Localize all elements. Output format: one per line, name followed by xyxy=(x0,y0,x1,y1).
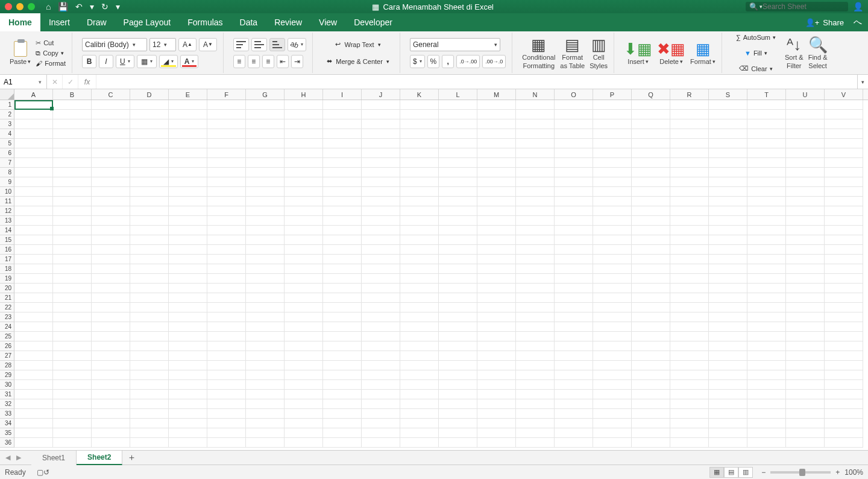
cell[interactable] xyxy=(439,390,477,399)
number-format-combo[interactable]: General▾ xyxy=(410,38,500,51)
column-header[interactable]: C xyxy=(92,89,130,100)
column-header[interactable]: P xyxy=(593,89,632,100)
cell[interactable] xyxy=(246,409,285,419)
cell[interactable] xyxy=(632,100,670,110)
align-right-button[interactable]: ≡ xyxy=(262,55,274,68)
cell[interactable] xyxy=(670,361,709,370)
cell[interactable] xyxy=(709,361,747,370)
cell[interactable] xyxy=(555,322,593,332)
cell[interactable] xyxy=(670,341,709,351)
cell[interactable] xyxy=(362,139,400,148)
cell[interactable] xyxy=(323,409,362,419)
cell[interactable] xyxy=(53,206,92,216)
cell[interactable] xyxy=(323,322,362,332)
cell[interactable] xyxy=(207,438,246,448)
cell[interactable] xyxy=(169,341,207,351)
cell[interactable] xyxy=(14,177,53,187)
cell[interactable] xyxy=(593,399,632,409)
cell[interactable] xyxy=(747,168,786,177)
cell[interactable] xyxy=(516,168,555,177)
cell[interactable] xyxy=(323,332,362,341)
cell[interactable] xyxy=(246,341,285,351)
cell[interactable] xyxy=(477,187,516,197)
cell[interactable] xyxy=(207,351,246,361)
cell[interactable] xyxy=(593,419,632,428)
cell[interactable] xyxy=(92,428,130,438)
column-header[interactable]: K xyxy=(400,89,439,100)
cell[interactable] xyxy=(92,351,130,361)
cell[interactable] xyxy=(439,226,477,235)
page-layout-view-button[interactable]: ▤ xyxy=(724,467,738,478)
cell[interactable] xyxy=(246,139,285,148)
cell[interactable] xyxy=(593,255,632,264)
cell[interactable] xyxy=(632,390,670,399)
cell[interactable] xyxy=(825,399,863,409)
cell[interactable] xyxy=(786,428,825,438)
cell[interactable] xyxy=(207,264,246,274)
cell[interactable] xyxy=(825,206,863,216)
cell[interactable] xyxy=(169,139,207,148)
cell[interactable] xyxy=(439,341,477,351)
cell[interactable] xyxy=(285,428,323,438)
cell[interactable] xyxy=(709,110,747,119)
cell[interactable] xyxy=(14,148,53,158)
cell[interactable] xyxy=(555,139,593,148)
cell[interactable] xyxy=(285,380,323,390)
cell[interactable] xyxy=(670,380,709,390)
cell[interactable] xyxy=(362,361,400,370)
tab-page-layout[interactable]: Page Layout xyxy=(115,13,180,31)
row-header[interactable]: 13 xyxy=(0,216,14,226)
cell[interactable] xyxy=(747,332,786,341)
sheet-tab-sheet1[interactable]: Sheet1 xyxy=(31,451,77,465)
cell[interactable] xyxy=(207,322,246,332)
cell[interactable] xyxy=(207,148,246,158)
cell[interactable] xyxy=(169,303,207,312)
cell[interactable] xyxy=(92,438,130,448)
cell[interactable] xyxy=(323,370,362,380)
cell[interactable] xyxy=(53,390,92,399)
row-header[interactable]: 12 xyxy=(0,206,14,216)
cell[interactable] xyxy=(439,197,477,206)
row-header[interactable]: 21 xyxy=(0,293,14,303)
cell[interactable] xyxy=(362,197,400,206)
cell[interactable] xyxy=(632,139,670,148)
cell[interactable] xyxy=(709,158,747,168)
cut-button[interactable]: ✂Cut xyxy=(36,39,66,47)
cell[interactable] xyxy=(747,399,786,409)
zoom-slider[interactable] xyxy=(770,471,831,474)
cell[interactable] xyxy=(747,139,786,148)
cell[interactable] xyxy=(825,284,863,293)
cell[interactable] xyxy=(825,274,863,284)
zoom-in-button[interactable]: + xyxy=(835,468,840,477)
cell[interactable] xyxy=(207,187,246,197)
cell[interactable] xyxy=(516,255,555,264)
cell[interactable] xyxy=(246,119,285,129)
cell[interactable] xyxy=(786,293,825,303)
cell[interactable] xyxy=(747,303,786,312)
cell[interactable] xyxy=(246,264,285,274)
cell[interactable] xyxy=(632,129,670,139)
cell[interactable] xyxy=(516,303,555,312)
cell[interactable] xyxy=(53,255,92,264)
cell[interactable] xyxy=(362,332,400,341)
cell[interactable] xyxy=(14,168,53,177)
cell[interactable] xyxy=(323,168,362,177)
cell[interactable] xyxy=(786,332,825,341)
align-bottom-button[interactable] xyxy=(269,38,285,51)
cell[interactable] xyxy=(285,139,323,148)
cell[interactable] xyxy=(593,129,632,139)
cell[interactable] xyxy=(477,293,516,303)
cell[interactable] xyxy=(53,226,92,235)
cell[interactable] xyxy=(207,197,246,206)
row-header[interactable]: 7 xyxy=(0,158,14,168)
column-header[interactable]: S xyxy=(709,89,747,100)
cell[interactable] xyxy=(747,419,786,428)
format-as-table-button[interactable]: ▤ Format as Table xyxy=(558,34,587,72)
cell[interactable] xyxy=(53,322,92,332)
conditional-formatting-button[interactable]: ▦ Conditional Formatting xyxy=(520,34,558,72)
cell[interactable] xyxy=(323,129,362,139)
cell[interactable] xyxy=(400,312,439,322)
cell[interactable] xyxy=(53,293,92,303)
row-header[interactable]: 30 xyxy=(0,380,14,390)
cell[interactable] xyxy=(439,322,477,332)
